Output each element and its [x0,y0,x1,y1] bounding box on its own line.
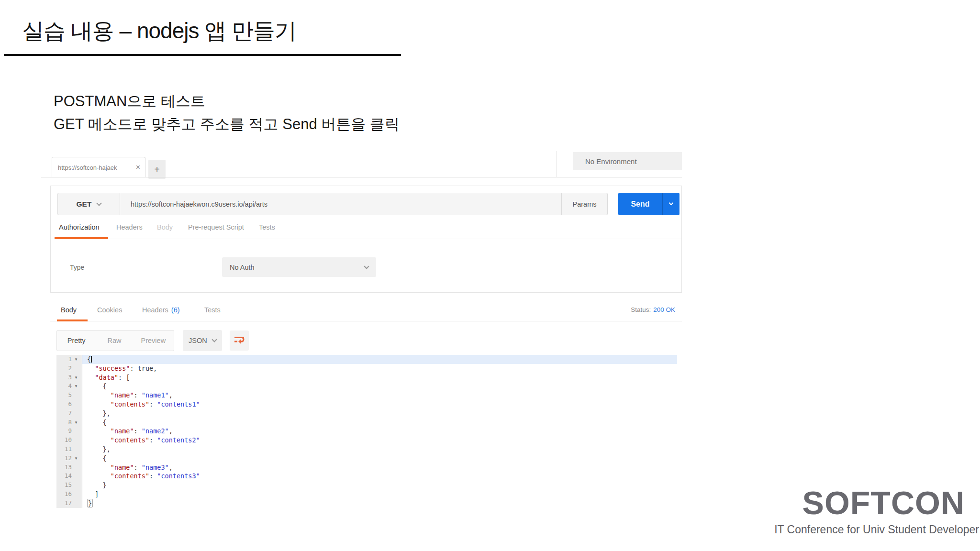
softcon-logo: SOFTCON [774,484,965,521]
send-button[interactable]: Send [618,193,679,215]
tab-headers[interactable]: Headers [116,223,143,231]
code-text: { [82,355,677,364]
method-select[interactable]: GET [58,193,120,215]
code-text: } [82,481,677,490]
close-tab-icon[interactable]: × [133,163,140,172]
tab-response-tests[interactable]: Tests [204,306,221,314]
request-tab[interactable]: https://softcon-hajaek × [52,157,145,177]
tab-authorization[interactable]: Authorization [59,223,100,231]
code-text: "success": true, [82,364,677,373]
tab-pre-request-script[interactable]: Pre-request Script [188,223,244,231]
code-line: 17} [56,499,677,508]
code-line: 15 } [56,481,677,490]
line-number: 6 [56,400,72,409]
status-value: 200 OK [653,306,675,313]
code-text: ] [82,490,677,499]
code-line: 8▾ { [56,418,677,427]
line-number: 10 [56,436,72,445]
fold-caret-icon[interactable]: ▾ [72,373,80,382]
chevron-down-icon [97,200,102,206]
gutter-cell: 16 [56,490,82,499]
gutter-cell: 13 [56,463,82,472]
code-text: { [82,454,677,463]
code-text: "name": "name2", [82,427,677,436]
chevron-down-icon [212,337,217,342]
code-text: "data": [ [82,373,677,382]
line-number: 11 [56,445,72,454]
format-select[interactable]: JSON [183,330,222,351]
code-text: "name": "name1", [82,391,677,400]
gutter-cell: 2 [56,364,82,373]
line-number: 7 [56,409,72,418]
fold-caret-icon[interactable]: ▾ [72,454,80,463]
request-tabs: Authorization Headers Body Pre-request S… [51,223,681,239]
auth-type-select[interactable]: No Auth [222,257,376,277]
line-number: 14 [56,472,72,481]
gutter-cell: 17 [56,499,82,508]
params-button[interactable]: Params [561,193,607,215]
view-pretty-button[interactable]: Pretty [57,331,96,351]
new-tab-button[interactable]: + [148,160,166,179]
method-select-value: GET [77,200,92,209]
response-tabs-row: Body Cookies Headers(6) Tests Status:200… [50,301,682,321]
gutter-cell: 3▾ [56,373,82,382]
page-title: 실습 내용 – nodejs 앱 만들기 [22,16,296,46]
tab-response-cookies[interactable]: Cookies [97,306,122,314]
fold-caret-icon[interactable]: ▾ [72,382,80,391]
tab-response-body[interactable]: Body [61,306,77,314]
code-line: 16 ] [56,490,677,499]
code-line: 12▾ { [56,454,677,463]
line-number: 13 [56,463,72,472]
code-line: 9 "name": "name2", [56,427,677,436]
wrap-text-button[interactable] [230,331,249,351]
line-number: 9 [56,427,72,436]
tab-body[interactable]: Body [157,223,173,231]
line-number: 4 [56,382,72,391]
line-number: 15 [56,481,72,490]
active-tab-indicator [55,237,108,239]
line-number: 2 [56,364,72,373]
tab-tests[interactable]: Tests [259,223,275,231]
code-line: 10 "contents": "contents2" [56,436,677,445]
headers-count-badge: (6) [171,306,180,314]
response-body-editor[interactable]: 1▾{2 "success": true,3▾ "data": [4▾ {5 "… [56,355,677,508]
auth-type-select-value: No Auth [230,264,255,271]
view-preview-button[interactable]: Preview [133,331,174,351]
gutter-cell: 4▾ [56,382,82,391]
environment-select[interactable]: No Environment [573,152,682,170]
code-line: 4▾ { [56,382,677,391]
footer-logo-block: SOFTCON IT Conference for Univ Student D… [774,484,980,536]
active-response-tab-indicator [57,320,88,321]
url-bar: GET https://softcon-hajaekwon.c9users.io… [57,193,608,215]
code-text: "contents": "contents1" [82,400,677,409]
gutter-cell: 12▾ [56,454,82,463]
gutter-cell: 9 [56,427,82,436]
line-number: 3 [56,373,72,382]
chevron-down-icon [669,201,674,206]
plus-icon: + [154,164,160,175]
environment-select-value: No Environment [585,157,637,165]
view-raw-button[interactable]: Raw [96,331,133,351]
gutter-cell: 6 [56,400,82,409]
url-input[interactable]: https://softcon-hajaekwon.c9users.io/api… [120,193,561,215]
code-text: "name": "name3", [82,463,677,472]
send-button-label[interactable]: Send [618,193,662,215]
request-panel: GET https://softcon-hajaekwon.c9users.io… [50,186,682,293]
code-text: }, [82,445,677,454]
gutter-cell: 14 [56,472,82,481]
code-line: 5 "name": "name1", [56,391,677,400]
code-text: } [82,499,677,508]
code-line: 1▾{ [56,355,677,364]
format-select-value: JSON [189,337,207,344]
body-line-2: GET 메소드로 맞추고 주소를 적고 Send 버튼을 클릭 [54,113,400,136]
fold-caret-icon[interactable]: ▾ [72,418,80,427]
line-number: 12 [56,454,72,463]
fold-caret-icon[interactable]: ▾ [72,355,80,364]
wrap-text-icon [234,336,245,345]
send-options-button[interactable] [662,193,679,215]
gutter-cell: 8▾ [56,418,82,427]
tab-response-headers[interactable]: Headers(6) [142,306,180,314]
header-separator [557,151,557,177]
tabbar-bottom-border [41,177,682,177]
logo-tagline: IT Conference for Univ Student Developer [774,523,979,536]
